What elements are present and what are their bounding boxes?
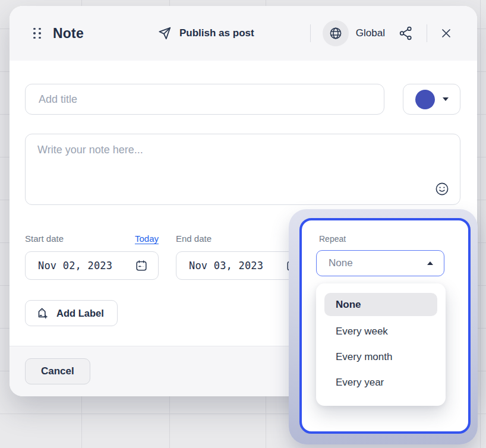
repeat-popover: Repeat None None Every week Every month … [299, 218, 471, 434]
chevron-down-icon [443, 97, 449, 101]
color-dot [415, 90, 435, 109]
visibility-button[interactable]: Global [323, 20, 385, 46]
divider [310, 24, 311, 42]
divider [427, 24, 427, 42]
close-icon [440, 27, 452, 39]
note-input[interactable] [26, 134, 460, 204]
repeat-option-every-week[interactable]: Every week [324, 318, 437, 344]
modal-title: Note [53, 26, 84, 42]
tag-plus-icon [35, 306, 50, 321]
today-link[interactable]: Today [135, 234, 159, 244]
title-input[interactable] [25, 84, 384, 115]
repeat-option-none[interactable]: None [324, 293, 437, 316]
close-button[interactable] [439, 26, 453, 40]
publish-as-post-button[interactable]: Publish as post [157, 6, 254, 61]
smiley-icon [434, 181, 450, 197]
modal-header: Note Publish as post [10, 6, 477, 61]
start-date-group: Start date Today Nov 02, 2023 [25, 234, 159, 280]
start-date-input[interactable]: Nov 02, 2023 [25, 251, 159, 280]
calendar-icon [135, 259, 148, 272]
repeat-label: Repeat [319, 234, 346, 244]
visibility-label: Global [356, 27, 385, 39]
repeat-option-every-month[interactable]: Every month [324, 344, 437, 370]
globe-icon [329, 26, 343, 40]
cancel-button[interactable]: Cancel [25, 358, 90, 384]
end-date-label: End date [176, 234, 212, 244]
chevron-up-icon [427, 261, 433, 265]
header-actions: Global [310, 20, 453, 46]
share-button[interactable] [397, 24, 415, 42]
publish-as-post-label: Publish as post [179, 27, 254, 39]
start-date-value: Nov 02, 2023 [38, 260, 112, 272]
add-label-button[interactable]: Add Label [25, 300, 118, 326]
send-icon [157, 26, 172, 41]
note-field [25, 134, 460, 205]
globe-chip [323, 20, 349, 46]
repeat-popover-highlight: Repeat None None Every week Every month … [289, 209, 478, 444]
repeat-options-list: None Every week Every month Every year [316, 283, 446, 406]
share-icon [398, 26, 414, 41]
emoji-button[interactable] [434, 181, 450, 197]
repeat-select[interactable]: None [316, 250, 444, 276]
drag-handle-icon[interactable] [31, 26, 43, 42]
end-date-value: Nov 03, 2023 [189, 260, 263, 272]
start-date-label: Start date [25, 234, 64, 244]
color-picker-button[interactable] [403, 84, 460, 115]
repeat-select-value: None [329, 257, 353, 269]
repeat-option-every-year[interactable]: Every year [324, 370, 437, 395]
add-label-text: Add Label [56, 308, 104, 319]
